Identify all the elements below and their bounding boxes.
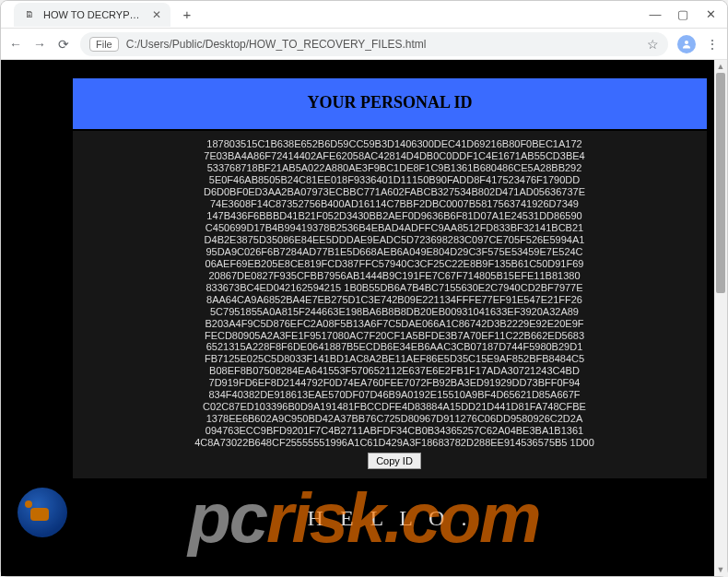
close-button[interactable]: ✕	[705, 9, 716, 20]
personal-id-header: YOUR PERSONAL ID	[73, 78, 707, 129]
forward-button[interactable]: →	[32, 37, 47, 52]
personal-id-panel: 187803515C1B638E652B6D59CC59B3D1406300DE…	[73, 131, 707, 478]
titlebar: 🗎 HOW TO DECRYPT YOUR FILES ✕ + — ▢ ✕	[1, 1, 727, 29]
new-tab-button[interactable]: +	[178, 6, 196, 24]
hello-heading: H E L L O .	[65, 506, 714, 531]
file-chip: File	[89, 37, 119, 52]
bookmark-star-icon[interactable]: ☆	[647, 37, 659, 52]
maximize-button[interactable]: ▢	[677, 9, 688, 20]
tab-strip: 🗎 HOW TO DECRYPT YOUR FILES ✕ +	[8, 1, 196, 29]
minimize-button[interactable]: —	[650, 9, 661, 20]
page-favicon: 🗎	[23, 8, 36, 21]
tab-close-icon[interactable]: ✕	[152, 8, 161, 21]
scroll-thumb[interactable]	[716, 73, 725, 293]
browser-window: 🗎 HOW TO DECRYPT YOUR FILES ✕ + — ▢ ✕ ← …	[0, 0, 728, 577]
url-text: C:/Users/Public/Desktop/HOW_TO_RECOVERY_…	[126, 38, 640, 51]
copy-id-button[interactable]: Copy ID	[368, 453, 421, 469]
page-viewport: YOUR PERSONAL ID 187803515C1B638E652B6D5…	[1, 60, 727, 576]
page-content: YOUR PERSONAL ID 187803515C1B638E652B6D5…	[1, 60, 714, 576]
reload-button[interactable]: ⟳	[56, 37, 71, 52]
vertical-scrollbar[interactable]: ▲ ▼	[714, 60, 727, 576]
svg-point-0	[685, 41, 688, 44]
scroll-up-icon[interactable]: ▲	[714, 60, 727, 73]
address-bar: ← → ⟳ File C:/Users/Public/Desktop/HOW_T…	[1, 29, 727, 60]
scroll-track[interactable]	[714, 73, 727, 563]
profile-avatar[interactable]	[677, 35, 696, 53]
menu-kebab-icon[interactable]: ⋮	[705, 37, 720, 52]
tab-title: HOW TO DECRYPT YOUR FILES	[43, 9, 145, 20]
omnibox[interactable]: File C:/Users/Public/Desktop/HOW_TO_RECO…	[80, 32, 668, 56]
scroll-down-icon[interactable]: ▼	[714, 563, 727, 576]
back-button[interactable]: ←	[8, 37, 23, 52]
personal-id-text: 187803515C1B638E652B6D59CC59B3D1406300DE…	[119, 138, 670, 449]
browser-tab[interactable]: 🗎 HOW TO DECRYPT YOUR FILES ✕	[14, 3, 170, 27]
window-controls: — ▢ ✕	[650, 9, 716, 20]
